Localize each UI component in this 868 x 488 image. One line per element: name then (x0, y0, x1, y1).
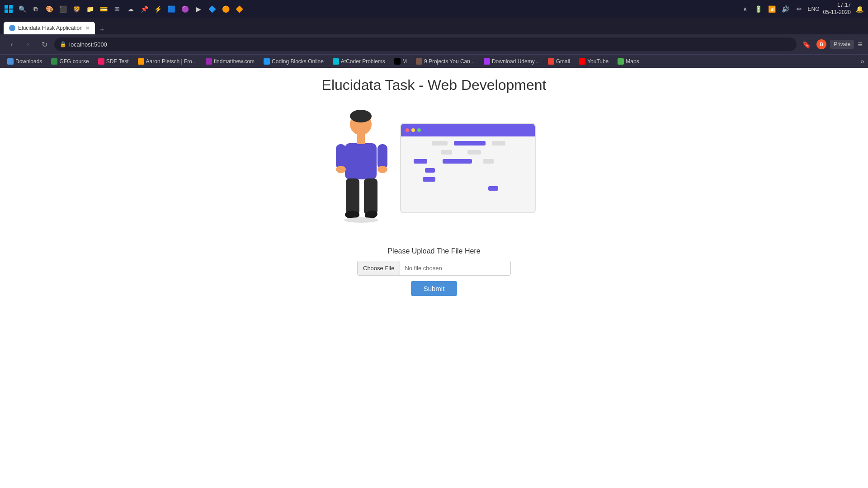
blender-icon[interactable]: 🎨 (44, 4, 54, 14)
page-title: Elucidata Task - Web Development (322, 77, 547, 94)
notifications-icon[interactable]: 🔔 (854, 4, 864, 14)
gantt-bar-5a (423, 177, 435, 182)
app11-icon[interactable]: ⚡ (153, 4, 163, 14)
bookmark-sde[interactable]: SDE Test (94, 57, 132, 66)
bookmark-favicon-sde (98, 58, 104, 65)
svg-point-16 (344, 217, 378, 223)
bookmark-atcoder[interactable]: AtCoder Problems (329, 57, 389, 66)
gantt-dot-yellow (411, 128, 415, 132)
bookmark-udemy[interactable]: Download Udemy... (480, 57, 542, 66)
battery-icon[interactable]: 🔋 (754, 4, 764, 14)
brave-taskbar-icon[interactable]: 🦁 (71, 4, 81, 14)
menu-icon[interactable]: ≡ (858, 40, 863, 49)
gantt-bar-3a (414, 159, 427, 164)
app9-icon[interactable]: ☁ (126, 4, 136, 14)
lock-icon: 🔒 (60, 41, 66, 47)
more-bookmarks-button[interactable]: » (860, 57, 864, 66)
adobe-xd-icon[interactable]: 🔷 (207, 4, 217, 14)
tab-bar: Elucidata Flask Application ✕ + (0, 18, 868, 34)
svg-rect-13 (364, 178, 377, 215)
gantt-row-4 (405, 167, 531, 174)
bookmark-favicon-gfg (51, 58, 57, 65)
overflow-icon[interactable]: ∧ (740, 4, 750, 14)
file-input-wrap: Choose File No file chosen (357, 261, 511, 276)
mail-icon[interactable]: ✉ (112, 4, 122, 14)
illustrator-icon[interactable]: 🟠 (221, 4, 231, 14)
tab-favicon (9, 25, 15, 31)
svg-rect-2 (5, 9, 8, 13)
terminal-icon[interactable]: ⬛ (58, 4, 68, 14)
gantt-dot-red (406, 128, 409, 132)
gantt-header (401, 124, 535, 136)
svg-rect-11 (357, 133, 365, 144)
bookmark-favicon-maps (618, 58, 624, 65)
upload-section: Please Upload The File Here Choose File … (357, 247, 511, 296)
bookmark-label-atcoder: AtCoder Problems (341, 58, 385, 65)
new-tab-button[interactable]: + (96, 24, 108, 34)
bookmark-maps[interactable]: Maps (614, 57, 642, 66)
back-button[interactable]: ‹ (5, 38, 18, 51)
bookmark-9proj[interactable]: 9 Projects You Can... (412, 57, 478, 66)
bookmark-favicon-gmail (548, 58, 554, 65)
bookmarks-bar: Downloads GFG course SDE Test Aaron Piet… (0, 54, 868, 68)
taskbar-left: 🔍 ⧉ 🎨 ⬛ 🦁 📁 💳 ✉ ☁ 📌 ⚡ 🟦 🟣 ▶ 🔷 🟠 🔶 (4, 4, 737, 14)
windows-icon[interactable] (4, 4, 14, 14)
taskbar-clock: 17:17 05-11-2020 (823, 2, 851, 16)
bookmark-downloads[interactable]: Downloads (4, 57, 46, 66)
active-tab[interactable]: Elucidata Flask Application ✕ (4, 22, 95, 34)
pen-icon[interactable]: ✏ (794, 4, 804, 14)
bookmark-find[interactable]: findmatthew.com (202, 57, 258, 66)
bookmark-gfg[interactable]: GFG course (47, 57, 92, 66)
gantt-bar-3c (483, 159, 494, 164)
person-illustration (332, 103, 391, 234)
bookmark-label-gfg: GFG course (59, 58, 89, 65)
tab-title: Elucidata Flask Application (18, 25, 83, 31)
wallet-icon[interactable]: 💳 (99, 4, 108, 14)
app10-icon[interactable]: 📌 (139, 4, 149, 14)
svg-rect-0 (5, 5, 8, 9)
private-badge: Private (830, 40, 854, 49)
gantt-bar-1a (432, 141, 448, 145)
svg-rect-6 (345, 143, 377, 179)
svg-rect-1 (9, 5, 13, 9)
url-text: localhost:5000 (69, 41, 791, 48)
gantt-bar-2a (441, 150, 452, 155)
reload-button[interactable]: ↻ (38, 38, 51, 51)
gantt-row-5 (405, 176, 531, 183)
bookmark-aaron[interactable]: Aaron Pietsch | Fro... (134, 57, 201, 66)
bookmark-favicon-medium (394, 58, 401, 65)
svg-rect-12 (346, 178, 359, 215)
search-taskbar-icon[interactable]: 🔍 (17, 4, 27, 14)
forward-button[interactable]: › (22, 38, 34, 51)
bookmark-coding[interactable]: Coding Blocks Online (260, 57, 327, 66)
gantt-bar-1b (454, 141, 486, 145)
bookmark-button[interactable]: 🔖 (800, 38, 813, 51)
svg-rect-7 (336, 144, 346, 169)
bookmark-medium[interactable]: M (391, 57, 410, 66)
svg-point-9 (336, 166, 346, 173)
app13-icon[interactable]: 🟣 (180, 4, 190, 14)
bookmark-label-youtube: YouTube (587, 58, 609, 65)
volume-icon[interactable]: 🔊 (781, 4, 791, 14)
bookmark-label-coding: Coding Blocks Online (272, 58, 324, 65)
language-indicator: ENG (808, 6, 820, 12)
app14-icon[interactable]: ▶ (193, 4, 203, 14)
wifi-icon[interactable]: 📶 (767, 4, 777, 14)
files-icon[interactable]: 📁 (85, 4, 95, 14)
brave-shield-icon[interactable]: B (816, 39, 826, 49)
gantt-row-1 (405, 140, 531, 146)
bookmark-youtube[interactable]: YouTube (576, 57, 612, 66)
bookmark-gmail[interactable]: Gmail (544, 57, 574, 66)
vlc-icon[interactable]: 🔶 (234, 4, 244, 14)
address-input[interactable]: 🔒 localhost:5000 (54, 38, 797, 51)
submit-button[interactable]: Submit (411, 281, 458, 296)
gantt-bar-4a (425, 168, 435, 173)
bookmark-favicon-youtube (579, 58, 585, 65)
vscode-icon[interactable]: 🟦 (166, 4, 176, 14)
bookmark-label-downloads: Downloads (15, 58, 42, 65)
tab-close-button[interactable]: ✕ (85, 25, 90, 31)
gantt-row-2 (405, 149, 531, 155)
task-view-icon[interactable]: ⧉ (31, 4, 41, 14)
choose-file-button[interactable]: Choose File (358, 261, 400, 275)
svg-rect-8 (377, 144, 387, 169)
